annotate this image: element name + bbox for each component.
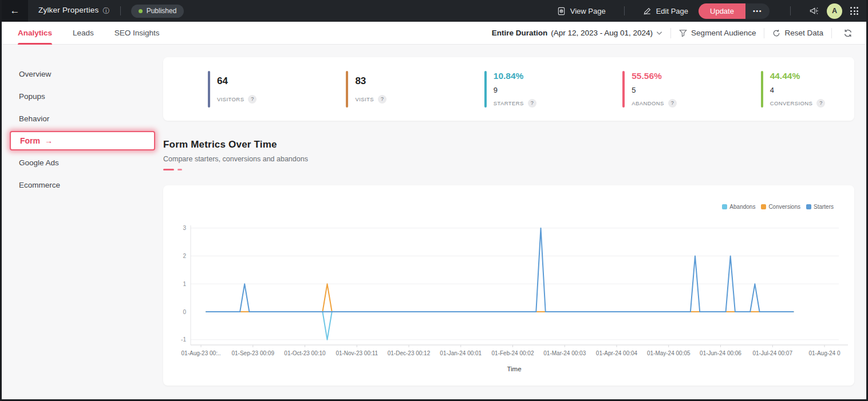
divider (831, 28, 832, 38)
metric-color-bar (484, 71, 487, 108)
x-tick-label: 01-Jan-24 00:01 (440, 350, 482, 356)
info-icon[interactable]: ⓘ (102, 6, 109, 16)
metric-percent: 55.56% (632, 71, 677, 81)
legend-item-conversions[interactable]: Conversions (761, 204, 800, 210)
page-body: Overview Popups Behavior Form → Google A… (2, 45, 866, 399)
duration-dropdown[interactable]: Entire Duration (Apr 12, 2023 - Aug 01, … (492, 29, 662, 37)
legend-label: Abandons (729, 204, 755, 210)
back-button[interactable]: ← (2, 0, 28, 22)
metric-card: 83 VISITS ? (301, 71, 439, 108)
metric-value: 64 (217, 76, 257, 87)
update-button-group: Update ••• (699, 3, 770, 19)
sidebar-item-ecommerce[interactable]: Ecommerce (2, 174, 163, 196)
x-tick-label: 01-Feb-24 00:02 (492, 350, 534, 356)
x-tick-label: 01-Aug-23 00:.. (182, 350, 221, 356)
avatar[interactable]: A (827, 3, 842, 19)
x-tick-label: 01-Dec-23 00:12 (388, 350, 431, 356)
sidebar-item-google-ads[interactable]: Google Ads (2, 152, 163, 174)
sync-icon (843, 29, 853, 38)
help-icon[interactable]: ? (816, 99, 825, 108)
refresh-button[interactable] (840, 29, 856, 38)
sidebar-item-popups[interactable]: Popups (2, 85, 163, 108)
legend-item-abandons[interactable]: Abandons (722, 204, 755, 210)
divider (120, 6, 121, 15)
update-button[interactable]: Update (699, 3, 745, 19)
section-subtitle: Compare starters, conversions and abando… (163, 155, 854, 163)
sidebar-item-form-label: Form (20, 136, 40, 145)
sidebar-item-form[interactable]: Form → (10, 131, 155, 150)
edit-page-label: Edit Page (656, 7, 688, 15)
series-line-abandons (206, 312, 793, 340)
segment-audience-button[interactable]: Segment Audience (679, 29, 756, 37)
page-title: Zylker Propertiesⓘ (38, 6, 110, 16)
help-icon[interactable]: ? (668, 99, 677, 108)
y-tick-label: 1 (183, 281, 186, 287)
metric-color-bar (761, 71, 763, 108)
arrow-right-icon: → (45, 136, 53, 145)
divider (764, 28, 764, 38)
tab-seo-insights[interactable]: SEO Insights (115, 22, 160, 45)
back-arrow-icon: ← (10, 5, 20, 17)
divider (670, 28, 671, 38)
view-page-button[interactable]: View Page (557, 7, 606, 15)
accent-dashes (163, 169, 854, 170)
help-icon[interactable]: ? (378, 95, 386, 104)
x-tick-label: 01-Jun-24 00:06 (700, 350, 741, 356)
form-metrics-chart[interactable]: 3210-101-Aug-23 00:..01-Sep-23 00:0901-O… (163, 185, 856, 386)
metric-color-bar (622, 71, 625, 108)
reset-icon (772, 29, 780, 37)
sidebar-item-overview[interactable]: Overview (2, 63, 163, 85)
series-line-conversions (206, 284, 793, 312)
sidebar: Overview Popups Behavior Form → Google A… (2, 45, 163, 399)
app-launcher-icon[interactable] (850, 7, 858, 15)
y-tick-label: -1 (181, 336, 186, 343)
reset-data-button[interactable]: Reset Data (772, 29, 823, 37)
metric-color-bar (346, 71, 348, 108)
reset-data-label: Reset Data (784, 29, 823, 37)
x-tick-label: 01-Oct-23 00:10 (284, 350, 326, 356)
edit-page-icon (643, 7, 652, 15)
metric-card: 55.56% 5 ABANDONS ? (578, 71, 716, 108)
top-bar: ← Zylker Propertiesⓘ Published View Page… (2, 0, 866, 22)
y-tick-label: 2 (183, 253, 186, 259)
announcements-button[interactable] (809, 6, 819, 15)
legend-label: Conversions (768, 204, 800, 210)
metric-value: 5 (632, 86, 677, 94)
x-tick-label: 01-Aug-24 0 (808, 350, 840, 356)
metric-label: VISITS (355, 96, 374, 102)
chart-card: 3210-101-Aug-23 00:..01-Sep-23 00:0901-O… (163, 185, 854, 386)
x-tick-label: 01-Nov-23 00:11 (336, 350, 378, 356)
x-tick-label: 01-Mar-24 00:03 (543, 350, 586, 356)
legend-item-starters[interactable]: Starters (806, 204, 834, 210)
section-title: Form Metrics Over Time (163, 139, 854, 150)
metric-label: CONVERSIONS (770, 100, 813, 106)
help-icon[interactable]: ? (248, 95, 257, 104)
segment-audience-label: Segment Audience (691, 29, 756, 37)
tab-analytics[interactable]: Analytics (18, 22, 52, 45)
edit-page-button[interactable]: Edit Page (643, 7, 688, 15)
app-window: ← Zylker Propertiesⓘ Published View Page… (0, 0, 868, 401)
metric-label: STARTERS (494, 100, 524, 106)
metric-value: 4 (770, 86, 826, 94)
metric-card: 10.84% 9 STARTERS ? (440, 71, 578, 108)
metric-card: 44.44% 4 CONVERSIONS ? (716, 71, 854, 108)
sidebar-item-behavior[interactable]: Behavior (2, 108, 163, 130)
legend-swatch-icon (806, 204, 811, 209)
topbar-actions: View Page Edit Page Update ••• A (557, 3, 866, 19)
more-options-button[interactable]: ••• (745, 3, 770, 19)
filter-bar: Entire Duration (Apr 12, 2023 - Aug 01, … (492, 28, 856, 38)
help-icon[interactable]: ? (528, 99, 536, 108)
section-header: Form Metrics Over Time Compare starters,… (163, 139, 854, 170)
tab-leads[interactable]: Leads (73, 22, 94, 45)
metric-label: VISITORS (217, 96, 244, 102)
divider (624, 6, 625, 15)
legend-label: Starters (814, 204, 834, 210)
x-tick-label: 01-Apr-24 00:04 (596, 350, 638, 356)
megaphone-icon (809, 6, 819, 15)
metric-color-bar (208, 71, 210, 108)
metric-value: 9 (494, 86, 536, 94)
main-content: 64 VISITORS ? 83 VISITS ? (163, 45, 866, 399)
y-tick-label: 3 (183, 225, 186, 231)
x-tick-label: 01-Jul-24 00:07 (753, 350, 793, 356)
chart-legend: AbandonsConversionsStarters (722, 204, 834, 210)
